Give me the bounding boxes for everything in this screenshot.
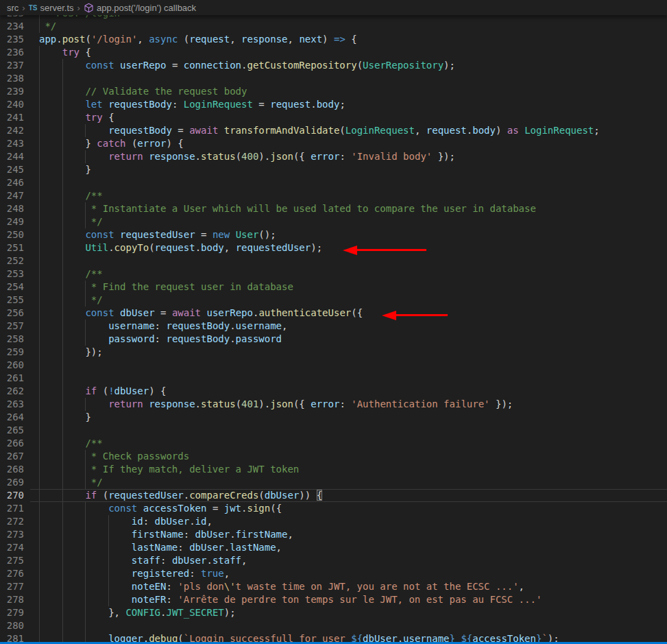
line-number[interactable]: 245 <box>0 163 24 176</box>
code-line[interactable]: 244 return response.status(400).json({ e… <box>0 150 667 163</box>
breadcrumb-item-src[interactable]: src <box>7 3 19 13</box>
code-line[interactable]: 252 <box>0 254 667 267</box>
code-line[interactable]: 266 /** <box>0 437 667 450</box>
code-line[interactable]: 262 if (!dbUser) { <box>0 385 667 398</box>
line-number[interactable]: 239 <box>0 85 24 98</box>
line-number[interactable]: 266 <box>0 437 24 450</box>
code-line[interactable]: 234 */ <box>0 20 667 33</box>
code-line[interactable]: 259 }); <box>0 346 667 359</box>
line-number[interactable]: 240 <box>0 98 24 111</box>
line-number[interactable]: 262 <box>0 385 24 398</box>
code-line[interactable]: 264 } <box>0 411 667 424</box>
code-line[interactable]: 245 } <box>0 163 667 176</box>
line-number[interactable]: 270 <box>0 489 24 502</box>
line-number[interactable]: 264 <box>0 411 24 424</box>
code-line[interactable]: 273 firstName: dbUser.firstName, <box>0 528 667 541</box>
code-line[interactable]: 269 */ <box>0 476 667 489</box>
line-number[interactable]: 280 <box>0 619 24 632</box>
line-number[interactable]: 246 <box>0 176 24 189</box>
code-line[interactable]: 235app.post('/login', async (request, re… <box>0 33 667 46</box>
code-line[interactable]: 240 let requestBody: LoginRequest = requ… <box>0 98 667 111</box>
code-line[interactable]: 279 }, CONFIG.JWT_SECRET); <box>0 606 667 619</box>
line-number[interactable]: 258 <box>0 333 24 346</box>
line-number[interactable]: 241 <box>0 111 24 124</box>
line-number[interactable]: 268 <box>0 463 24 476</box>
code-line[interactable]: 247 /** <box>0 189 667 202</box>
line-number[interactable]: 249 <box>0 215 24 228</box>
indent-guide <box>39 372 40 385</box>
line-number[interactable]: 261 <box>0 372 24 385</box>
line-number[interactable]: 272 <box>0 515 24 528</box>
line-number[interactable]: 278 <box>0 593 24 606</box>
line-number[interactable]: 271 <box>0 502 24 515</box>
code-line[interactable]: 251 Util.copyTo(request.body, requestedU… <box>0 241 667 254</box>
code-line[interactable]: 256 const dbUser = await userRepo.authen… <box>0 307 667 320</box>
code-line[interactable]: 275 staff: dbUser.staff, <box>0 554 667 567</box>
line-number[interactable]: 235 <box>0 33 24 46</box>
code-line[interactable]: 270 if (requestedUser.compareCreds(dbUse… <box>0 489 667 502</box>
line-number[interactable]: 263 <box>0 398 24 411</box>
code-line[interactable]: 250 const requestedUser = new User(); <box>0 228 667 241</box>
code-line[interactable]: 248 * Instantiate a User which will be u… <box>0 202 667 215</box>
code-line[interactable]: 268 * If they match, deliver a JWT token <box>0 463 667 476</box>
line-number[interactable]: 256 <box>0 307 24 320</box>
line-number[interactable]: 254 <box>0 281 24 294</box>
line-number[interactable]: 243 <box>0 137 24 150</box>
code-line[interactable]: 238 <box>0 72 667 85</box>
line-number[interactable]: 259 <box>0 346 24 359</box>
code-token <box>39 385 85 396</box>
line-number[interactable]: 273 <box>0 528 24 541</box>
line-number[interactable]: 242 <box>0 124 24 137</box>
code-line[interactable]: 255 */ <box>0 294 667 307</box>
line-number[interactable]: 238 <box>0 72 24 85</box>
code-line[interactable]: 237 const userRepo = connection.getCusto… <box>0 59 667 72</box>
code-line[interactable]: 254 * Find the request user in database <box>0 281 667 294</box>
line-number[interactable]: 265 <box>0 424 24 437</box>
code-line[interactable]: 242 requestBody = await transformAndVali… <box>0 124 667 137</box>
code-line[interactable]: 280 <box>0 619 667 632</box>
code-line[interactable]: 271 const accessToken = jwt.sign({ <box>0 502 667 515</box>
line-number[interactable]: 274 <box>0 541 24 554</box>
code-line[interactable]: 277 noteEN: 'pls don\'t waste time on JW… <box>0 580 667 593</box>
line-number[interactable]: 244 <box>0 150 24 163</box>
line-number[interactable]: 275 <box>0 554 24 567</box>
code-line[interactable]: 267 * Check passwords <box>0 450 667 463</box>
code-token: let <box>85 99 102 110</box>
code-line[interactable]: 278 noteFR: 'Arrête de perdre ton temps … <box>0 593 667 606</box>
code-line[interactable]: 236 try { <box>0 46 667 59</box>
code-line[interactable]: 246 <box>0 176 667 189</box>
line-number[interactable]: 247 <box>0 189 24 202</box>
line-number[interactable]: 236 <box>0 46 24 59</box>
line-number[interactable]: 260 <box>0 359 24 372</box>
code-line[interactable]: 243 } catch (error) { <box>0 137 667 150</box>
code-line[interactable]: 276 registered: true, <box>0 567 667 580</box>
line-number[interactable]: 267 <box>0 450 24 463</box>
line-number[interactable]: 253 <box>0 267 24 281</box>
line-number[interactable]: 255 <box>0 294 24 307</box>
line-number[interactable]: 234 <box>0 20 24 33</box>
line-number[interactable]: 277 <box>0 580 24 593</box>
line-number[interactable]: 248 <box>0 202 24 215</box>
code-line[interactable]: 260 <box>0 359 667 372</box>
line-number[interactable]: 269 <box>0 476 24 489</box>
code-line[interactable]: 265 <box>0 424 667 437</box>
code-line[interactable]: 249 */ <box>0 215 667 228</box>
line-number[interactable]: 250 <box>0 228 24 241</box>
code-line[interactable]: 241 try { <box>0 111 667 124</box>
line-number[interactable]: 251 <box>0 241 24 254</box>
code-line[interactable]: 263 return response.status(401).json({ e… <box>0 398 667 411</box>
line-number[interactable]: 237 <box>0 59 24 72</box>
line-number[interactable]: 276 <box>0 567 24 580</box>
code-line[interactable]: 272 id: dbUser.id, <box>0 515 667 528</box>
code-line[interactable]: 253 /** <box>0 267 667 281</box>
code-line[interactable]: 257 username: requestBody.username, <box>0 320 667 333</box>
breadcrumb-item-file[interactable]: TS server.ts <box>29 3 74 13</box>
code-line[interactable]: 274 lastName: dbUser.lastName, <box>0 541 667 554</box>
code-line[interactable]: 261 <box>0 372 667 385</box>
code-line[interactable]: 258 password: requestBody.password <box>0 333 667 346</box>
breadcrumb-item-symbol[interactable]: app.post('/login') callback <box>84 3 196 13</box>
line-number[interactable]: 252 <box>0 254 24 267</box>
line-number[interactable]: 257 <box>0 320 24 333</box>
code-line[interactable]: 239 // Validate the request body <box>0 85 667 98</box>
line-number[interactable]: 279 <box>0 606 24 619</box>
